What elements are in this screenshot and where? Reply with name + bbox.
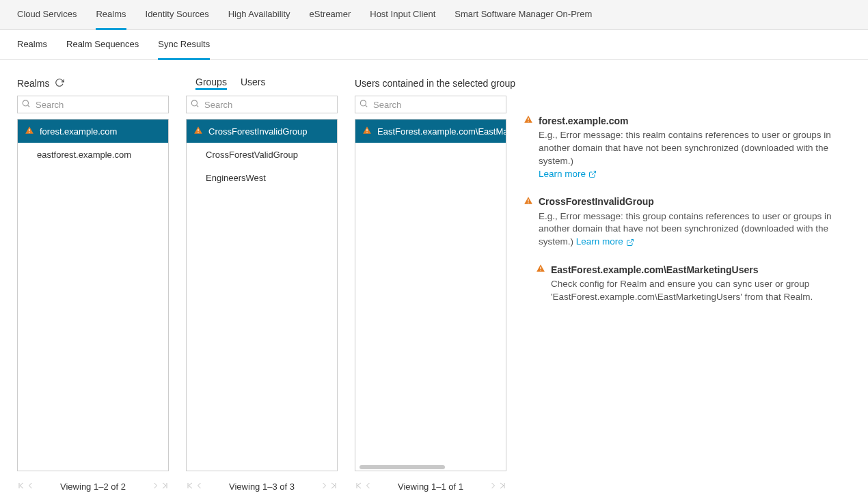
- realms-pager: Viewing 1–2 of 2: [17, 479, 169, 493]
- groups-pager-text: Viewing 1–3 of 3: [229, 482, 295, 492]
- sub-tabs: Realms Realm Sequences Sync Results: [0, 30, 868, 60]
- pager-last-icon[interactable]: [329, 482, 338, 492]
- svg-rect-14: [366, 128, 367, 131]
- info-user-body: Check config for Realm and ensure you ca…: [536, 278, 851, 304]
- realm-item[interactable]: eastforest.example.com: [18, 143, 168, 166]
- groups-search: [186, 96, 338, 113]
- inner-tab-groups[interactable]: Groups: [195, 76, 227, 90]
- info-realm: forest.example.com E.g., Error message: …: [524, 115, 851, 181]
- user-item-label: EastForest.example.com\EastMarketingUser…: [377, 126, 506, 137]
- svg-line-20: [592, 171, 596, 176]
- info-realm-title: forest.example.com: [539, 115, 629, 126]
- group-item-label: CrossForestInvalidGroup: [208, 126, 308, 137]
- pager-next-icon[interactable]: [151, 482, 159, 492]
- realms-list[interactable]: forest.example.com eastforest.example.co…: [17, 119, 169, 471]
- tab-identity-sources[interactable]: Identity Sources: [146, 0, 209, 30]
- svg-rect-19: [528, 121, 528, 122]
- users-pager: Viewing 1–1 of 1: [355, 479, 506, 493]
- subtab-realm-sequences[interactable]: Realm Sequences: [66, 30, 139, 60]
- group-item-label: EngineersWest: [206, 173, 266, 183]
- svg-rect-3: [29, 132, 29, 133]
- realms-search-input[interactable]: [17, 96, 169, 113]
- info-realm-body: E.g., Error message: this realm contains…: [524, 129, 851, 181]
- realm-item[interactable]: forest.example.com: [18, 120, 168, 143]
- realm-item-label: forest.example.com: [40, 126, 117, 137]
- tab-realms[interactable]: Realms: [96, 0, 126, 30]
- tab-cloud-services[interactable]: Cloud Services: [17, 0, 77, 30]
- pager-next-icon[interactable]: [320, 482, 328, 492]
- pager-first-icon[interactable]: [186, 482, 194, 492]
- realms-panel: Realms forest.example.com eastforest.exa…: [17, 76, 169, 493]
- svg-rect-24: [540, 267, 541, 270]
- tab-smart-software-manager[interactable]: Smart Software Manager On-Prem: [455, 0, 592, 30]
- pager-prev-icon[interactable]: [27, 482, 35, 492]
- svg-rect-21: [528, 199, 528, 201]
- learn-more-link[interactable]: Learn more: [539, 168, 597, 181]
- subtab-sync-results[interactable]: Sync Results: [158, 30, 210, 60]
- pager-last-icon[interactable]: [161, 482, 169, 492]
- svg-rect-9: [198, 132, 198, 133]
- group-item[interactable]: CrossForestValidGroup: [187, 143, 337, 166]
- realms-search: [17, 96, 169, 113]
- top-tabs: Cloud Services Realms Identity Sources H…: [0, 0, 868, 30]
- user-item[interactable]: EastForest.example.com\EastMarketingUser…: [355, 120, 506, 143]
- pager-first-icon[interactable]: [355, 482, 363, 492]
- group-item[interactable]: CrossForestInvalidGroup: [187, 120, 337, 143]
- tab-host-input-client[interactable]: Host Input Client: [370, 0, 435, 30]
- users-search-input[interactable]: [355, 96, 506, 113]
- svg-line-23: [629, 239, 634, 243]
- groups-search-input[interactable]: [186, 96, 338, 113]
- pager-last-icon[interactable]: [498, 482, 506, 492]
- group-item-label: CrossForestValidGroup: [206, 150, 298, 160]
- realms-panel-header: Realms: [17, 76, 169, 90]
- tab-high-availability[interactable]: High Availability: [228, 0, 290, 30]
- svg-rect-18: [528, 118, 528, 121]
- groups-panel-header: Groups Users: [186, 76, 338, 90]
- refresh-icon[interactable]: [55, 78, 64, 89]
- subtab-realms[interactable]: Realms: [17, 30, 47, 60]
- inner-tab-users[interactable]: Users: [241, 76, 266, 90]
- users-title: Users contained in the selected group: [355, 78, 515, 89]
- users-list[interactable]: EastForest.example.com\EastMarketingUser…: [355, 119, 506, 471]
- groups-list[interactable]: CrossForestInvalidGroup CrossForestValid…: [186, 119, 338, 471]
- warning-icon: [536, 264, 545, 275]
- realm-item-label: eastforest.example.com: [37, 150, 131, 160]
- pager-prev-icon[interactable]: [195, 482, 204, 492]
- horizontal-scrollbar[interactable]: [360, 465, 502, 469]
- svg-rect-15: [366, 132, 367, 133]
- side-info: forest.example.com E.g., Error message: …: [524, 76, 851, 319]
- svg-rect-8: [198, 128, 198, 131]
- info-user-title: EastForest.example.com\EastMarketingUser…: [551, 264, 758, 275]
- info-user: EastForest.example.com\EastMarketingUser…: [536, 264, 851, 304]
- users-panel: Users contained in the selected group Ea…: [355, 76, 506, 493]
- svg-rect-22: [528, 202, 528, 203]
- info-group-body: E.g., Error message: this group contains…: [524, 210, 851, 249]
- pager-next-icon[interactable]: [489, 482, 497, 492]
- svg-rect-25: [540, 270, 541, 271]
- users-pager-text: Viewing 1–1 of 1: [398, 482, 463, 492]
- warning-icon: [193, 126, 203, 137]
- warning-icon: [362, 126, 372, 137]
- info-group: CrossForestInvalidGroup E.g., Error mess…: [524, 196, 851, 249]
- pager-prev-icon[interactable]: [364, 482, 372, 492]
- info-group-title: CrossForestInvalidGroup: [539, 196, 654, 207]
- group-item[interactable]: EngineersWest: [187, 166, 337, 189]
- svg-rect-2: [29, 128, 29, 131]
- realms-title: Realms: [17, 78, 49, 89]
- main-content: Realms forest.example.com eastforest.exa…: [0, 60, 868, 500]
- tab-estreamer[interactable]: eStreamer: [310, 0, 351, 30]
- users-panel-header: Users contained in the selected group: [355, 76, 506, 90]
- groups-panel: Groups Users CrossForestInvalidGroup Cro…: [186, 76, 338, 493]
- pager-first-icon[interactable]: [17, 482, 25, 492]
- realms-pager-text: Viewing 1–2 of 2: [60, 482, 126, 492]
- warning-icon: [25, 126, 34, 137]
- users-search: [355, 96, 506, 113]
- learn-more-link[interactable]: Learn more: [576, 236, 634, 249]
- warning-icon: [524, 115, 533, 126]
- groups-pager: Viewing 1–3 of 3: [186, 479, 338, 493]
- warning-icon: [524, 196, 533, 208]
